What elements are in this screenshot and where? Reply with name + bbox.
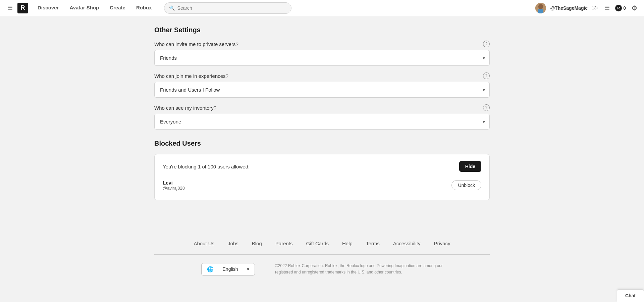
footer-bottom: 🌐 English ▾ ©2022 Roblox Corporation. Ro… (154, 263, 490, 275)
inventory-select-wrapper: Everyone Friends No one ▾ (154, 114, 490, 130)
username-label: @TheSageMagic (550, 5, 588, 11)
footer-privacy[interactable]: Privacy (434, 241, 450, 246)
inventory-row: Who can see my inventory? ? Everyone Fri… (154, 104, 490, 130)
join-experiences-row: Who can join me in experiences? ? Friend… (154, 72, 490, 98)
blocked-user-name: Levi (163, 180, 446, 186)
private-servers-select-wrapper: Friends No one Everyone ▾ (154, 50, 490, 66)
join-experiences-label-row: Who can join me in experiences? ? (154, 72, 490, 79)
inventory-label-row: Who can see my inventory? ? (154, 104, 490, 111)
robux-icon: R (615, 5, 622, 11)
svg-point-1 (538, 4, 543, 9)
private-servers-row: Who can invite me to private servers? ? … (154, 41, 490, 66)
join-experiences-label: Who can join me in experiences? (154, 73, 228, 79)
svg-rect-2 (538, 9, 543, 13)
nav-create[interactable]: Create (104, 0, 131, 16)
footer-accessibility[interactable]: Accessibility (393, 241, 421, 246)
roblox-logo: R (17, 3, 28, 13)
footer-jobs[interactable]: Jobs (228, 241, 238, 246)
footer-blog[interactable]: Blog (252, 241, 262, 246)
robux-count: 0 (623, 5, 626, 11)
other-settings-title: Other Settings (154, 26, 490, 34)
search-bar: 🔍 (164, 2, 291, 14)
footer-about-us[interactable]: About Us (194, 241, 214, 246)
blocked-users-title: Blocked Users (154, 140, 490, 147)
footer-terms[interactable]: Terms (366, 241, 380, 246)
footer-parents[interactable]: Parents (275, 241, 293, 246)
nav-links: Discover Avatar Shop Create Robux (32, 0, 157, 16)
blocked-user-handle: @aviraj828 (163, 186, 446, 191)
join-experiences-help-icon[interactable]: ? (483, 72, 490, 79)
nav-right: @TheSageMagic 13+ ☰ R 0 ⚙ (535, 3, 639, 13)
footer-divider (154, 254, 490, 255)
join-experiences-select[interactable]: Friends and Users I Follow Friends No on… (154, 82, 490, 98)
join-experiences-select-wrapper: Friends and Users I Follow Friends No on… (154, 82, 490, 98)
hamburger-button[interactable]: ☰ (5, 2, 15, 14)
inventory-label: Who can see my inventory? (154, 105, 216, 111)
private-servers-label-row: Who can invite me to private servers? ? (154, 41, 490, 47)
blocked-users-box: You're blocking 1 of 100 users allowed: … (154, 154, 490, 200)
other-settings-section: Other Settings Who can invite me to priv… (154, 16, 490, 207)
inventory-help-icon[interactable]: ? (483, 104, 490, 111)
messages-button[interactable]: ☰ (603, 3, 611, 13)
main-content: Other Settings Who can invite me to priv… (154, 16, 490, 227)
search-input[interactable] (177, 5, 286, 11)
language-chevron-icon: ▾ (247, 266, 249, 272)
blocked-user-info: Levi @aviraj828 (163, 180, 446, 191)
table-row: Levi @aviraj828 Unblock (163, 177, 481, 193)
footer-gift-cards[interactable]: Gift Cards (306, 241, 329, 246)
age-badge: 13+ (592, 5, 599, 10)
navbar: ☰ R Discover Avatar Shop Create Robux 🔍 … (0, 0, 644, 16)
settings-button[interactable]: ⚙ (630, 3, 639, 13)
nav-robux[interactable]: Robux (131, 0, 157, 16)
blocked-users-section: Blocked Users You're blocking 1 of 100 u… (154, 140, 490, 200)
language-label: English (223, 266, 238, 272)
private-servers-label: Who can invite me to private servers? (154, 41, 238, 47)
language-selector[interactable]: 🌐 English ▾ (201, 263, 255, 275)
inventory-select[interactable]: Everyone Friends No one (154, 114, 490, 130)
hide-button[interactable]: Hide (459, 161, 481, 172)
chat-button[interactable]: Chat (617, 289, 644, 302)
nav-discover[interactable]: Discover (32, 0, 64, 16)
unblock-button[interactable]: Unblock (451, 180, 481, 190)
private-servers-help-icon[interactable]: ? (483, 41, 490, 47)
blocked-count-text: You're blocking 1 of 100 users allowed: (163, 164, 250, 169)
nav-avatar-shop[interactable]: Avatar Shop (64, 0, 104, 16)
footer-links: About Us Jobs Blog Parents Gift Cards He… (0, 241, 644, 246)
footer-help[interactable]: Help (342, 241, 353, 246)
private-servers-select[interactable]: Friends No one Everyone (154, 50, 490, 66)
search-icon: 🔍 (169, 5, 175, 11)
avatar (535, 3, 546, 13)
blocked-header: You're blocking 1 of 100 users allowed: … (163, 161, 481, 172)
globe-icon: 🌐 (207, 266, 214, 272)
footer: About Us Jobs Blog Parents Gift Cards He… (0, 227, 644, 282)
robux-balance: R 0 (615, 5, 626, 11)
footer-copyright: ©2022 Roblox Corporation. Roblox, the Ro… (275, 263, 443, 275)
